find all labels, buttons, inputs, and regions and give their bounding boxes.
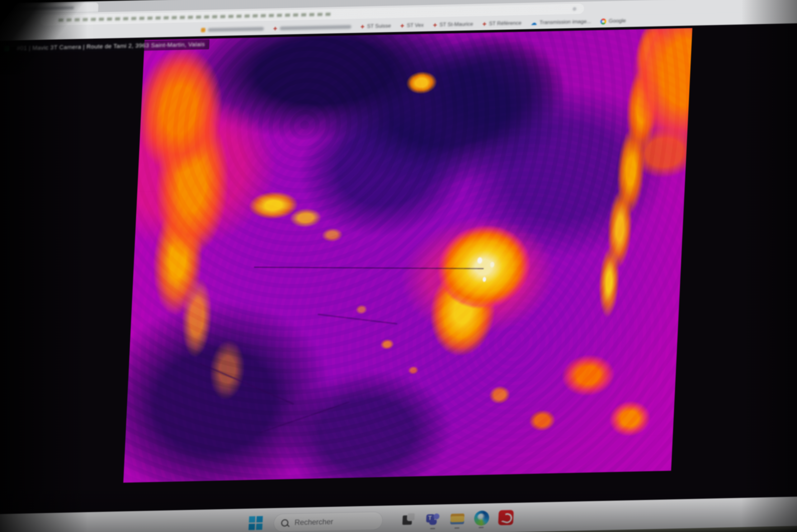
bookmark-label-blurred [208,27,264,32]
teams-avatar-dot [429,520,437,525]
bookmark-item-st-vex[interactable]: ✚ ST Vex [400,22,424,29]
red-cross-bookmark-icon: ✚ [482,21,486,26]
bookmark-item-st-suisse[interactable]: ✚ ST Suisse [361,23,391,30]
running-app-indicator [430,528,435,529]
file-explorer-icon[interactable] [450,511,465,526]
taskbar-search-box[interactable] [273,511,383,532]
thermal-drone-video [123,28,692,482]
back-button[interactable] [0,17,8,27]
tab-title-blurred [18,6,74,11]
red-cross-bookmark-icon: ✚ [433,23,437,27]
task-view-icon[interactable] [401,512,417,527]
windows-logo-icon [256,516,263,522]
search-icon [281,519,289,527]
running-app-indicator [479,527,484,528]
bookmark-item-transmission-image[interactable]: ☁ Transmission image... [531,18,591,26]
microsoft-teams-icon[interactable] [425,511,441,527]
red-cross-bookmark-icon: ✚ [273,26,277,31]
url-text-blurred [59,13,333,22]
bookmark-label: ST Vex [406,22,424,28]
bookmark-label: Transmission image... [539,18,591,26]
google-favicon [600,18,606,24]
tab-favicon-icon [10,7,14,11]
bookmark-item-unreadable[interactable] [201,26,264,32]
search-input[interactable] [293,516,367,527]
blue-cloud-icon: ☁ [531,20,537,26]
green-live-indicator-icon [4,46,10,51]
bookmark-star-icon[interactable] [572,7,576,11]
thermal-branch-shadow [199,362,294,405]
reload-button[interactable] [13,17,24,27]
bookmark-label: ST St-Maurice [439,21,473,28]
bookmark-favicon-icon [201,28,206,32]
bookmark-item-google[interactable]: Google [600,18,626,24]
bookmark-label-blurred [280,25,352,30]
bookmark-item-st-st-maurice[interactable]: ✚ ST St-Maurice [433,21,473,28]
running-app-indicator [455,527,459,529]
teams-avatar-dot [433,513,440,519]
red-cross-bookmark-icon: ✚ [361,24,364,29]
adobe-acrobat-icon[interactable] [498,510,514,525]
bookmark-item-st-reference[interactable]: ✚ ST Référence [482,20,521,27]
microsoft-edge-icon[interactable] [474,511,489,526]
bookmark-label: Google [609,18,626,24]
windows-logo-icon [248,524,255,530]
thermal-branch-shadow [318,314,398,325]
windows-logo-icon [256,524,263,530]
bookmark-label: ST Référence [489,20,522,27]
monitor-screen: ✚ ✚ ST Suisse ✚ ST Vex ✚ ST St-Maurice ✚ [0,0,797,532]
bookmark-label: ST Suisse [367,23,391,30]
windows-logo-icon [249,516,255,522]
windows-start-button[interactable] [248,516,263,530]
bookmark-item-unreadable[interactable]: ✚ [273,24,351,31]
red-cross-bookmark-icon: ✚ [400,23,404,28]
photo-of-monitor: ✚ ✚ ST Suisse ✚ ST Vex ✚ ST St-Maurice ✚ [0,0,797,532]
thermal-cable-line [254,266,484,269]
folder-front [450,516,464,525]
thermal-branch-shadow [259,402,349,434]
taskbar-icon-row [401,510,514,527]
video-viewport: #01 | Mavic 3T Camera | Route de Tami 2,… [0,23,797,515]
